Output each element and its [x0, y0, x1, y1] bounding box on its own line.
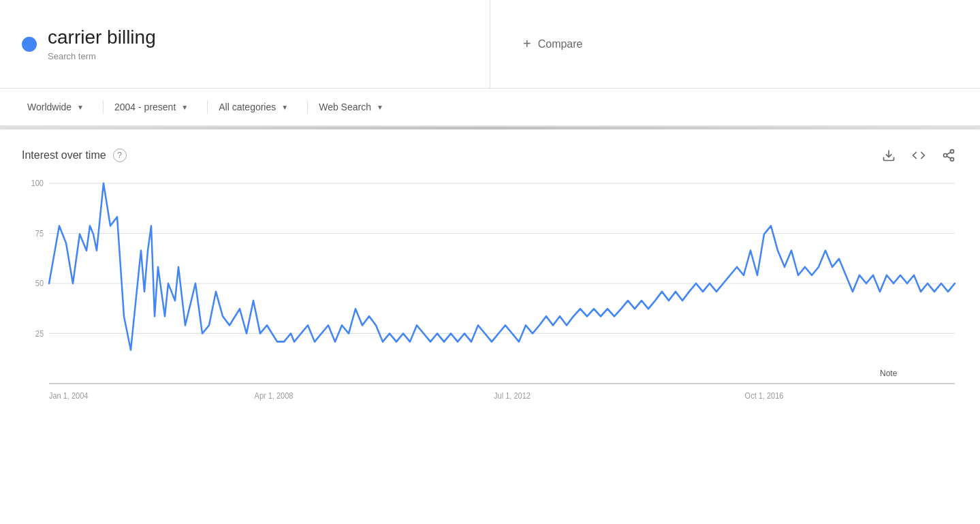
- loading-bar: [0, 127, 980, 129]
- svg-point-1: [951, 150, 954, 153]
- filter-bar: Worldwide ▼ 2004 - present ▼ All categor…: [0, 89, 980, 127]
- chart-svg: 100 75 50 25 Jan 1, 2004 Apr 1, 2008 Jul…: [22, 176, 958, 407]
- download-icon: [882, 149, 896, 162]
- term-label: Search term: [48, 51, 156, 61]
- chart-actions: [879, 146, 958, 165]
- share-button[interactable]: [939, 146, 958, 165]
- chart-title: Interest over time: [22, 149, 106, 161]
- svg-text:Note: Note: [880, 368, 897, 378]
- search-term-section: carrier billing Search term: [0, 0, 490, 88]
- search-term-dot: [22, 37, 37, 52]
- svg-text:Oct 1, 2016: Oct 1, 2016: [745, 391, 784, 400]
- category-label: All categories: [219, 102, 276, 112]
- svg-line-5: [947, 152, 951, 154]
- svg-text:100: 100: [31, 179, 44, 188]
- svg-text:Jan 1, 2004: Jan 1, 2004: [49, 391, 89, 400]
- svg-text:75: 75: [35, 229, 44, 238]
- time-range-label: 2004 - present: [114, 102, 176, 112]
- term-name: carrier billing: [48, 27, 156, 48]
- search-type-label: Web Search: [319, 102, 371, 112]
- chart-title-row: Interest over time ?: [22, 149, 127, 162]
- svg-text:Apr 1, 2008: Apr 1, 2008: [255, 391, 294, 400]
- time-range-dropdown-arrow: ▼: [181, 104, 188, 111]
- filter-separator-1: [103, 100, 104, 114]
- chart-container: 100 75 50 25 Jan 1, 2004 Apr 1, 2008 Jul…: [22, 176, 958, 407]
- help-icon[interactable]: ?: [113, 149, 127, 162]
- category-dropdown[interactable]: All categories ▼: [213, 96, 302, 118]
- svg-point-2: [944, 154, 947, 157]
- compare-section: + Compare: [490, 0, 980, 88]
- search-type-dropdown-arrow: ▼: [377, 104, 383, 111]
- time-range-dropdown[interactable]: 2004 - present ▼: [109, 96, 202, 118]
- svg-text:Jul 1, 2012: Jul 1, 2012: [494, 391, 531, 400]
- compare-button[interactable]: + Compare: [523, 36, 583, 52]
- filter-separator-2: [207, 100, 208, 114]
- download-button[interactable]: [879, 146, 898, 165]
- filter-separator-3: [307, 100, 308, 114]
- region-dropdown[interactable]: Worldwide ▼: [22, 96, 97, 118]
- chart-header: Interest over time ?: [22, 146, 958, 165]
- loading-bar-fill: [0, 127, 980, 129]
- chart-section: Interest over time ?: [0, 129, 980, 429]
- search-type-dropdown[interactable]: Web Search ▼: [313, 96, 397, 118]
- region-label: Worldwide: [27, 102, 72, 112]
- compare-label: Compare: [538, 38, 583, 50]
- plus-icon: +: [523, 36, 531, 52]
- share-icon: [942, 149, 955, 162]
- svg-point-3: [951, 157, 954, 161]
- region-dropdown-arrow: ▼: [77, 104, 84, 111]
- header-bar: carrier billing Search term + Compare: [0, 0, 980, 89]
- svg-text:50: 50: [35, 279, 44, 288]
- help-icon-label: ?: [117, 151, 122, 160]
- search-term-text: carrier billing Search term: [48, 27, 156, 61]
- svg-line-4: [947, 156, 951, 158]
- category-dropdown-arrow: ▼: [281, 104, 288, 111]
- svg-text:25: 25: [35, 329, 44, 338]
- embed-icon: [912, 149, 926, 162]
- embed-button[interactable]: [909, 146, 928, 165]
